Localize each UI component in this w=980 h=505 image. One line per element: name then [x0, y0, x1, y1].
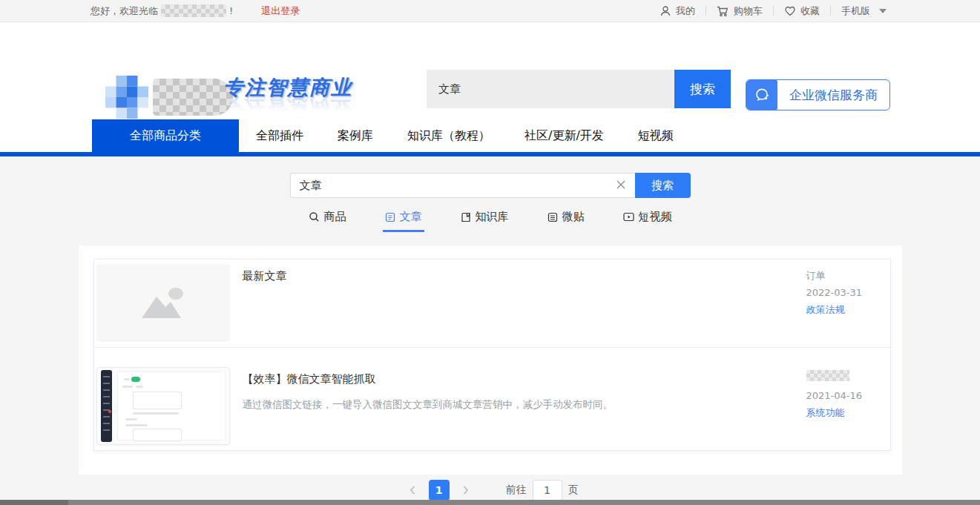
logout-link[interactable]: 退出登录 [261, 4, 300, 18]
tab-goods[interactable]: 商品 [306, 210, 349, 232]
tab-posts[interactable]: 微贴 [545, 210, 587, 232]
panel-search: 搜索 [290, 173, 691, 198]
goto-page-input[interactable] [533, 480, 562, 500]
result-date: 2022-03-31 [806, 284, 878, 301]
pagination: 1 前往 页 [0, 480, 980, 500]
tab-videos[interactable]: 短视频 [621, 210, 674, 232]
thumb-textarea [133, 429, 182, 441]
panel-search-button[interactable]: 搜索 [635, 173, 691, 198]
main-nav: 全部商品分类 全部插件 案例库 知识库（教程） 社区/更新/开发 短视频 [0, 119, 980, 152]
redacted-username [161, 4, 226, 17]
result-title[interactable]: 最新文章 [243, 269, 806, 283]
slogan-text: 专注智慧商业 [223, 77, 352, 97]
wecom-service-button[interactable]: 企业微信服务商 [746, 79, 890, 110]
article-icon [385, 212, 395, 222]
result-thumbnail-screenshot [96, 367, 230, 445]
wecom-icon-box [746, 79, 777, 110]
magnifier-icon [309, 211, 320, 222]
panel-search-input[interactable] [290, 173, 635, 198]
greeting-text: 您好，欢迎光临 [91, 4, 158, 18]
goto-label: 前往 [506, 483, 527, 497]
thumb-textarea [133, 392, 182, 409]
tab-articles[interactable]: 文章 [383, 210, 424, 232]
nav-short-video[interactable]: 短视频 [621, 119, 691, 152]
page-1-button[interactable]: 1 [429, 480, 450, 500]
cart-link[interactable]: 购物车 [717, 4, 763, 18]
result-meta-top: 订单 [806, 267, 878, 284]
header-search-button[interactable]: 搜索 [674, 70, 731, 108]
nav-all-plugins[interactable]: 全部插件 [239, 119, 320, 152]
nav-case-library[interactable]: 案例库 [320, 119, 390, 152]
result-date: 2021-04-16 [806, 387, 878, 404]
tab-goods-label: 商品 [324, 210, 346, 224]
thumb-toggle [131, 377, 140, 382]
divider [830, 6, 831, 16]
result-description: 通过微信图文链接，一键导入微信图文文章到商城文章营销中，减少手动发布时间。 [243, 398, 732, 412]
my-account-label: 我的 [676, 4, 695, 18]
wecom-chat-icon [754, 87, 770, 103]
my-account-link[interactable]: 我的 [660, 4, 695, 18]
tab-knowledge-label: 知识库 [476, 210, 509, 224]
site-logo[interactable] [105, 76, 148, 119]
header-search: 搜索 [427, 70, 731, 108]
clear-search-button[interactable] [616, 179, 626, 190]
page-unit-label: 页 [568, 483, 579, 497]
results-container: 最新文章 订单 2022-03-31 政策法规 [79, 245, 902, 475]
tab-videos-label: 短视频 [639, 210, 672, 224]
result-category-link[interactable]: 系统功能 [806, 404, 845, 421]
horizontal-scrollbar[interactable] [0, 500, 980, 505]
redacted-logo-text [153, 79, 233, 116]
slogan-reflection: 专注智慧商业 [223, 99, 352, 119]
heart-icon [784, 5, 796, 16]
nav-knowledge-base[interactable]: 知识库（教程） [390, 119, 507, 152]
favorites-label: 收藏 [800, 4, 820, 18]
topbar: 您好，欢迎光临 ! 退出登录 我的 购物车 收藏 [0, 0, 980, 22]
favorites-link[interactable]: 收藏 [784, 4, 820, 18]
slogan: 专注智慧商业 专注智慧商业 [223, 77, 352, 119]
thumb-line [125, 424, 148, 426]
cart-icon [717, 5, 729, 17]
page: 您好，欢迎光临 ! 退出登录 我的 购物车 收藏 [0, 0, 980, 500]
caret-down-icon [879, 9, 887, 13]
person-icon [660, 5, 671, 17]
result-row[interactable]: 【效率】微信文章智能抓取 通过微信图文链接，一键导入微信图文文章到商城文章营销中… [94, 347, 890, 450]
thumb-sidebar [101, 370, 112, 442]
greeting-suffix: ! [229, 5, 233, 16]
chevron-right-icon [462, 485, 470, 495]
nav-community[interactable]: 社区/更新/开发 [507, 119, 621, 152]
chevron-left-icon [409, 485, 416, 495]
thumb-badge-dot [108, 410, 111, 413]
mobile-version-label: 手机版 [841, 4, 870, 18]
search-results-section: 搜索 商品 文章 知识库 微贴 短视频 [0, 156, 980, 500]
tab-posts-label: 微贴 [562, 210, 585, 224]
thumb-line [136, 386, 143, 388]
video-icon [623, 212, 634, 222]
tab-knowledge[interactable]: 知识库 [458, 210, 511, 232]
header-search-input[interactable] [427, 70, 674, 108]
divider [706, 6, 706, 16]
results-list: 最新文章 订单 2022-03-31 政策法规 [93, 259, 891, 451]
close-icon [616, 179, 626, 190]
result-category-link[interactable]: 政策法规 [806, 301, 845, 318]
cart-label: 购物车 [734, 4, 763, 18]
result-type-tabs: 商品 文章 知识库 微贴 短视频 [0, 210, 980, 232]
wecom-service-label: 企业微信服务商 [777, 87, 889, 104]
result-row[interactable]: 最新文章 订单 2022-03-31 政策法规 [94, 260, 890, 347]
mobile-version-dropdown[interactable]: 手机版 [841, 4, 887, 18]
result-title[interactable]: 【效率】微信文章智能抓取 [243, 372, 806, 386]
tab-articles-label: 文章 [400, 210, 422, 224]
image-placeholder-icon [137, 285, 189, 321]
prev-page-button[interactable] [402, 480, 423, 500]
knowledge-icon [461, 212, 471, 222]
list-icon [547, 212, 558, 222]
header: 专注智慧商业 专注智慧商业 搜索 企业微信服务商 [0, 22, 980, 119]
thumb-line [124, 378, 130, 380]
result-thumbnail-placeholder [96, 264, 230, 342]
thumb-line [122, 386, 133, 388]
divider [773, 6, 774, 16]
thumb-line [133, 412, 179, 415]
redacted-author [806, 370, 849, 381]
thumb-line [125, 418, 137, 420]
next-page-button[interactable] [456, 480, 476, 500]
nav-all-categories[interactable]: 全部商品分类 [92, 119, 239, 152]
